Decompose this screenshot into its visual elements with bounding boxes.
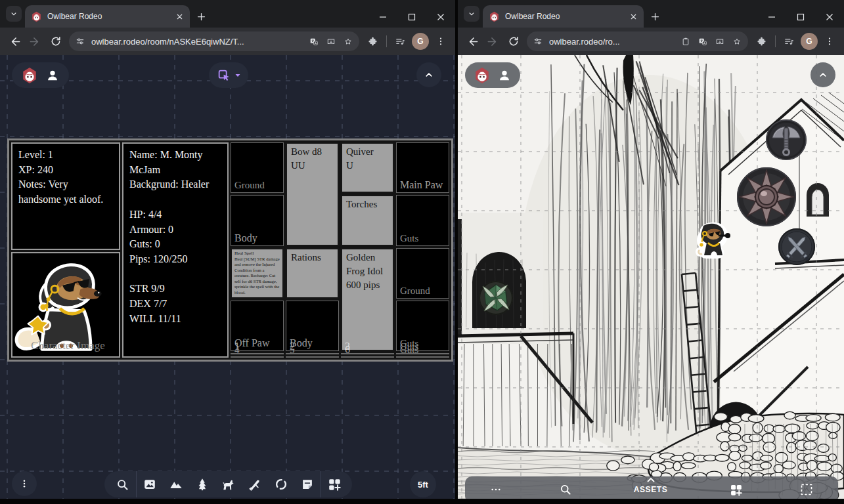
search-icon	[559, 483, 572, 496]
tab-close-button[interactable]	[629, 12, 638, 21]
obr-map-canvas[interactable]: ASSETS	[458, 55, 844, 501]
back-button[interactable]	[462, 32, 483, 52]
reading-list-button[interactable]	[390, 32, 411, 52]
character-token[interactable]	[695, 220, 733, 260]
item-card-quiver[interactable]: QuiverU	[341, 142, 394, 193]
crossed-swords-token[interactable]	[778, 228, 816, 266]
select-tool-dropdown[interactable]	[209, 62, 248, 88]
rings-button[interactable]	[268, 471, 294, 497]
room-header	[465, 62, 520, 88]
bookmark-button[interactable]	[728, 33, 745, 50]
translate-button[interactable]	[694, 33, 711, 50]
search-button[interactable]	[559, 483, 572, 496]
inventory-grid: Ground Main Paw Body Guts Ground Off Paw…	[231, 142, 449, 358]
maximize-button[interactable]	[786, 7, 815, 28]
character-sheet[interactable]: Level: 1 XP: 240 Notes: Very handsome ye…	[7, 138, 453, 362]
more-options-button[interactable]	[12, 471, 37, 496]
browser-tab[interactable]: Owlbear Rodeo	[483, 5, 644, 28]
site-info-button[interactable]	[72, 33, 89, 50]
note-icon	[300, 477, 315, 492]
select-area-button[interactable]	[800, 483, 813, 496]
slot-body-1[interactable]: Body	[231, 195, 284, 245]
add-assets-button[interactable]	[729, 483, 743, 497]
owlbear-logo-icon[interactable]	[474, 67, 491, 84]
tree-icon	[195, 477, 210, 492]
extensions-button[interactable]	[363, 32, 383, 52]
back-button[interactable]	[5, 32, 25, 52]
cast-save-button[interactable]	[711, 33, 728, 50]
browser-menu-button[interactable]	[819, 32, 839, 52]
slot-guts-1[interactable]: Guts	[396, 195, 449, 245]
item-card-heal-spell[interactable]: Heal SpellHeal [SUM] STR damage and remo…	[231, 248, 284, 299]
browser-menu-button[interactable]	[430, 32, 451, 52]
kebab-icon	[435, 36, 446, 47]
slot-main-paw[interactable]: Main Paw	[396, 142, 449, 193]
translate-icon	[309, 36, 319, 47]
slot-guts-4[interactable]: Guts	[396, 356, 449, 358]
owlbear-logo-icon[interactable]	[21, 67, 38, 84]
grid-scale-button[interactable]: 5ft	[410, 471, 436, 497]
new-tab-button[interactable]	[650, 12, 660, 22]
obr-room-canvas[interactable]: Level: 1 XP: 240 Notes: Very handsome ye…	[0, 55, 455, 499]
slot-4[interactable]: 4	[231, 356, 284, 358]
reload-button[interactable]	[503, 32, 523, 52]
search-button[interactable]	[110, 471, 136, 497]
translate-button[interactable]	[305, 33, 322, 50]
reload-icon	[50, 35, 62, 47]
item-card-golden-frog-idol[interactable]: Golden Frog Idol600 pips	[341, 248, 394, 352]
notes-button[interactable]	[294, 471, 321, 497]
new-tab-button[interactable]	[196, 12, 206, 22]
reload-button[interactable]	[45, 32, 66, 52]
forward-button[interactable]	[25, 32, 45, 52]
extensions-button[interactable]	[751, 32, 772, 52]
collapse-panel-button[interactable]	[811, 62, 835, 87]
close-button[interactable]	[426, 7, 455, 28]
slot-ground-2[interactable]: Ground	[396, 248, 449, 299]
close-button[interactable]	[815, 7, 844, 28]
item-card-bow[interactable]: Bow d8UU	[286, 142, 339, 246]
green-gem-token[interactable]	[478, 280, 514, 316]
forward-button[interactable]	[483, 32, 503, 52]
profile-avatar[interactable]: G	[801, 33, 818, 50]
players-icon[interactable]	[45, 68, 60, 83]
creatures-button[interactable]	[215, 471, 242, 497]
spiked-shield-token[interactable]	[736, 166, 797, 228]
tab-close-button[interactable]	[175, 12, 184, 21]
tab-search-button[interactable]	[464, 6, 479, 22]
minimize-icon	[768, 13, 776, 21]
reading-list-button[interactable]	[779, 32, 799, 52]
horse-icon	[221, 477, 236, 492]
character-info-box[interactable]: Level: 1 XP: 240 Notes: Very handsome ye…	[11, 142, 120, 250]
site-info-button[interactable]	[529, 33, 546, 50]
trees-button[interactable]	[189, 471, 215, 497]
character-stats-box[interactable]: Name: M. Monty McJam Backgrund: Healer H…	[122, 142, 229, 358]
slot-5[interactable]: 5	[286, 356, 339, 358]
minimize-button[interactable]	[757, 7, 786, 28]
browser-tab[interactable]: Owlbear Rodeo	[25, 5, 190, 28]
axe-token[interactable]	[765, 119, 807, 161]
tab-search-button[interactable]	[6, 6, 22, 22]
more-options-button[interactable]	[490, 484, 502, 495]
slot-6[interactable]: 6	[341, 356, 394, 358]
slot-ground-1[interactable]: Ground	[231, 142, 284, 193]
profile-avatar[interactable]: G	[412, 33, 429, 50]
minimize-button[interactable]	[368, 7, 397, 28]
item-card-rations[interactable]: Rations	[286, 248, 339, 299]
cast-save-button[interactable]	[322, 33, 340, 50]
maximize-button[interactable]	[397, 7, 426, 28]
ellipsis-icon	[490, 484, 502, 495]
collapse-panel-button[interactable]	[416, 62, 441, 87]
players-icon[interactable]	[497, 68, 512, 83]
clipboard-button[interactable]	[677, 33, 694, 50]
item-card-torches[interactable]: Torches	[341, 195, 394, 245]
character-image-box[interactable]: Character Image	[11, 252, 120, 358]
plus-icon	[196, 12, 206, 22]
address-bar[interactable]: owlbear.rodeo/ro...	[527, 32, 748, 51]
assets-button[interactable]: ASSETS	[630, 484, 672, 495]
add-assets-button[interactable]	[321, 471, 347, 497]
address-bar[interactable]: owlbear.rodeo/room/nASKeE6qiwNZ/T...	[69, 32, 359, 51]
bookmark-button[interactable]	[340, 33, 357, 50]
terrain-button[interactable]	[163, 471, 189, 497]
maps-button[interactable]	[137, 471, 163, 497]
weapons-button[interactable]	[242, 471, 268, 497]
